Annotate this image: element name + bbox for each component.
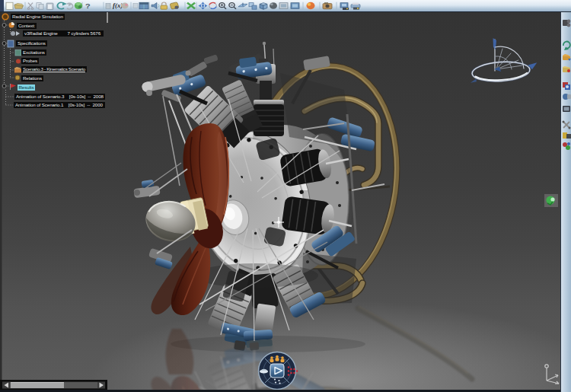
svg-text:?: ? xyxy=(85,2,91,10)
